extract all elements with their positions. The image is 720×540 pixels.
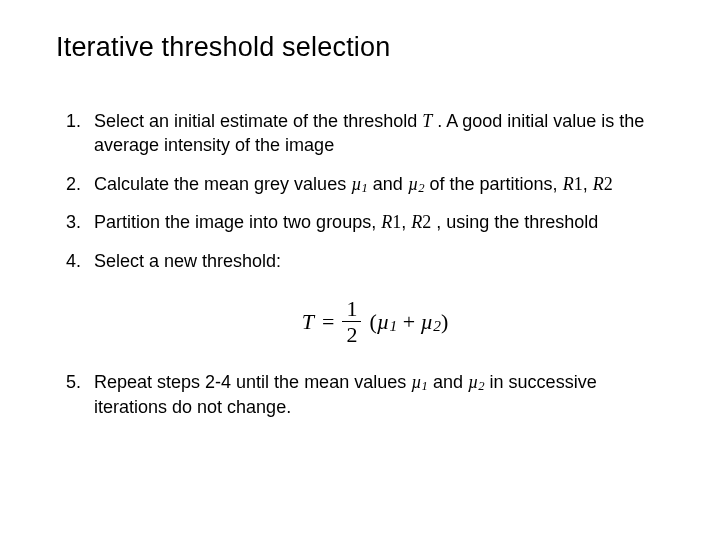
list-item: Select a new threshold: T = 1 2 (µ1 + µ2… <box>86 249 656 346</box>
mu-glyph: µ <box>377 309 390 334</box>
num-2: 2 <box>422 212 431 232</box>
mu-glyph: µ <box>411 372 421 392</box>
symbol-mu2: µ2 <box>408 174 425 194</box>
mu-glyph: µ <box>351 174 361 194</box>
fraction-den: 2 <box>342 323 361 346</box>
num-1: 1 <box>574 174 583 194</box>
list-item: Repeat steps 2-4 until the mean values µ… <box>86 370 656 419</box>
step3-text-b: , using the threshold <box>431 212 598 232</box>
formula: T = 1 2 (µ1 + µ2) <box>94 297 656 346</box>
sub-2: 2 <box>433 317 441 334</box>
step3-sep: , <box>401 212 411 232</box>
symbol-mu2: µ2 <box>468 372 485 392</box>
step2-and: and <box>368 174 408 194</box>
symbol-mu1: µ1 <box>351 174 368 194</box>
formula-lhs: T <box>302 307 314 337</box>
fraction: 1 2 <box>342 297 361 346</box>
sub-1: 1 <box>389 317 397 334</box>
symbol-R1: R1 <box>563 174 583 194</box>
paren-close: ) <box>441 309 448 334</box>
num-1: 1 <box>392 212 401 232</box>
step5-text-a: Repeat steps 2-4 until the mean values <box>94 372 411 392</box>
mu-glyph: µ <box>421 309 434 334</box>
R-glyph: R <box>563 174 574 194</box>
slide: Iterative threshold selection Select an … <box>0 0 720 540</box>
step2-text-a: Calculate the mean grey values <box>94 174 351 194</box>
list-item: Calculate the mean grey values µ1 and µ2… <box>86 172 656 197</box>
list-item: Select an initial estimate of the thresh… <box>86 109 656 158</box>
paren-open: ( <box>369 309 376 334</box>
num-2: 2 <box>604 174 613 194</box>
symbol-T: T <box>422 111 432 131</box>
step2-sep: , <box>583 174 593 194</box>
symbol-mu1: µ1 <box>411 372 428 392</box>
formula-eq: = <box>322 307 334 337</box>
R-glyph: R <box>411 212 422 232</box>
step4-text: Select a new threshold: <box>94 251 281 271</box>
list-item: Partition the image into two groups, R1,… <box>86 210 656 234</box>
step5-and: and <box>428 372 468 392</box>
symbol-R2: R2 <box>411 212 431 232</box>
mu-glyph: µ <box>468 372 478 392</box>
step1-text-a: Select an initial estimate of the thresh… <box>94 111 422 131</box>
formula-rhs: (µ1 + µ2) <box>369 307 448 337</box>
fraction-num: 1 <box>342 297 361 320</box>
symbol-mu1: µ1 <box>377 309 397 334</box>
step-list: Select an initial estimate of the thresh… <box>56 109 664 419</box>
mu-glyph: µ <box>408 174 418 194</box>
step3-text-a: Partition the image into two groups, <box>94 212 381 232</box>
step2-text-b: of the partitions, <box>425 174 563 194</box>
R-glyph: R <box>381 212 392 232</box>
page-title: Iterative threshold selection <box>56 32 664 63</box>
formula-plus: + <box>397 309 420 334</box>
R-glyph: R <box>593 174 604 194</box>
symbol-R2: R2 <box>593 174 613 194</box>
symbol-mu2: µ2 <box>421 309 441 334</box>
symbol-R1: R1 <box>381 212 401 232</box>
